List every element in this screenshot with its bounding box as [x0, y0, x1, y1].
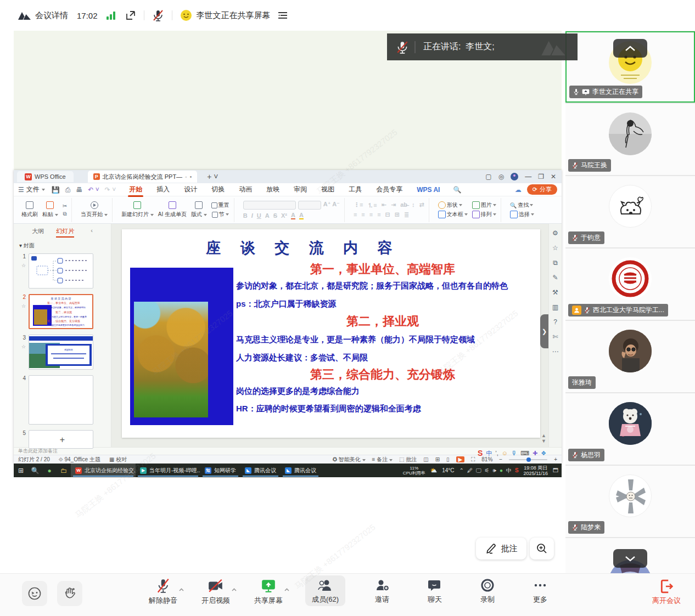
wps-share-button[interactable]: ⟳分享	[527, 184, 557, 195]
reference-book-icon[interactable]: ▥	[552, 303, 558, 311]
ribbon-tab-view[interactable]: 视图	[320, 183, 335, 196]
wps-minimize-button[interactable]: —	[525, 173, 531, 180]
switch-view-icon[interactable]	[277, 11, 288, 20]
slide-thumbnail-4[interactable]	[29, 375, 93, 425]
output-icon[interactable]: ⎙	[65, 186, 71, 194]
task-video[interactable]: ▶当年明月-视频-哔哩...	[136, 464, 200, 477]
slide-page-nav[interactable]: ▲▼	[541, 433, 546, 444]
share-options-expander[interactable]	[284, 584, 289, 594]
add-slide-button[interactable]: +	[14, 435, 111, 445]
proofing[interactable]: ▦ 校对	[109, 456, 127, 464]
ribbon-tab-insert[interactable]: 插入	[155, 183, 171, 196]
ai-generate-page-button[interactable]: AI 生成单页	[158, 201, 187, 218]
sogou-icon[interactable]: S	[478, 449, 483, 457]
taskbar-app-icon[interactable]: ●	[42, 467, 57, 474]
smart-beautify-button[interactable]: ✪ 智能美化	[333, 456, 366, 464]
zoom-in-button[interactable]: +	[554, 456, 557, 462]
cloud-upload-icon[interactable]: ☁	[515, 186, 522, 194]
green-tray-icon[interactable]: ●	[500, 467, 503, 473]
redo-icon[interactable]: ↷ ˅	[105, 186, 116, 194]
paste-button[interactable]: 粘贴	[42, 201, 58, 218]
ime-mode[interactable]: 中	[486, 449, 492, 457]
ribbon-tab-review[interactable]: 审阅	[293, 183, 308, 196]
wps-restore-button[interactable]: ❐	[538, 173, 544, 180]
shapes-button[interactable]: 形状	[438, 201, 468, 209]
participant-tile[interactable]: 马院王换	[565, 104, 695, 175]
slide-layout-button[interactable]: 版式	[191, 201, 207, 218]
start-button[interactable]: ⊞	[14, 467, 28, 474]
toolbox-icon[interactable]: ✚	[533, 450, 537, 457]
collapse-strip-button[interactable]	[613, 39, 647, 58]
undo-icon[interactable]: ↶ ˅	[88, 186, 99, 194]
reaction-emoji-button[interactable]	[22, 581, 47, 606]
notification-center-icon[interactable]: 🗔	[553, 467, 558, 473]
help-icon[interactable]: ?	[553, 318, 557, 326]
slides-tab[interactable]: 幻灯片	[56, 227, 74, 238]
participant-tile[interactable]: 张雅琦	[565, 321, 695, 392]
participant-tile[interactable]: 陆梦来	[565, 466, 695, 537]
wps-home-tab[interactable]: W WPS Office	[17, 171, 74, 182]
participant-tile[interactable]: 杨思羽	[565, 393, 695, 465]
record-button[interactable]: 录制	[472, 578, 503, 606]
participant-tile[interactable]: 西北工业大学马院学工...	[565, 248, 695, 320]
mic-muted-status-icon[interactable]	[152, 9, 164, 21]
pop-out-icon[interactable]	[125, 10, 136, 21]
tools-icon[interactable]: ⚒	[552, 289, 558, 296]
ribbon-tab-tools[interactable]: 工具	[348, 183, 363, 196]
textbox-button[interactable]: 文本框	[438, 211, 468, 218]
tray-expand-icon[interactable]: ⌃	[459, 467, 464, 473]
cut-copy-buttons[interactable]: ✂⧉	[63, 203, 67, 217]
edit-note-icon[interactable]: ✎	[552, 274, 558, 281]
members-button[interactable]: 成员(62)	[305, 575, 345, 606]
outline-tab[interactable]: 大纲	[32, 227, 44, 238]
display-tray-icon[interactable]: 🖵	[476, 467, 481, 474]
taskbar-search-icon[interactable]: 🔍	[28, 467, 42, 474]
chat-button[interactable]: 聊天	[419, 578, 451, 606]
select-button[interactable]: 选择	[510, 211, 534, 218]
annotation-button[interactable]: ⬚ 批注	[399, 456, 417, 464]
network-tray-icon[interactable]: ⚟	[485, 467, 490, 473]
volume-tray-icon[interactable]: 🕪	[493, 467, 496, 474]
more-button[interactable]: 更多	[524, 578, 556, 606]
video-options-expander[interactable]	[232, 584, 237, 594]
zoom-slider[interactable]	[509, 459, 547, 460]
skin-icon[interactable]: ❖	[541, 450, 546, 457]
ribbon-search-icon[interactable]: 🔍	[453, 186, 461, 194]
section-label[interactable]: ▾ 封面	[14, 240, 111, 251]
punct-icon[interactable]: ’,	[495, 450, 498, 456]
properties-icon[interactable]: ⚙	[552, 229, 558, 237]
wps-close-button[interactable]: ✕	[551, 173, 556, 180]
new-slide-button[interactable]: 新建幻灯片	[121, 201, 154, 218]
slide-thumb-row[interactable]: 4	[14, 372, 111, 427]
clip-icon[interactable]: ✄	[552, 333, 558, 341]
task-wps[interactable]: W北京访企拓岗经验交...	[71, 464, 136, 477]
format-painter-button[interactable]: 格式刷	[21, 201, 38, 218]
slide-thumbnail-2-selected[interactable]: 座 谈 交 流 内 容第一，事业单位、高端智库参访的对象，都在北京，都是研究院第…	[29, 294, 93, 329]
scroll-down-button[interactable]	[613, 549, 647, 568]
save-icon[interactable]: 💾	[52, 186, 60, 194]
wps-skin-icon[interactable]: ◎	[498, 173, 504, 180]
share-screen-button[interactable]: 共享屏幕	[253, 578, 284, 606]
leave-meeting-button[interactable]: 离开会议	[652, 579, 681, 606]
temperature[interactable]: 14°C	[442, 467, 454, 473]
slide-thumb-row[interactable]: 2☆ 座 谈 交 流 内 容第一，事业单位、高端智库参访的对象，都在北京，都是研…	[14, 291, 111, 332]
arrange-button[interactable]: 排列	[472, 211, 496, 218]
participant-tile[interactable]: 于钧意	[565, 176, 695, 247]
raise-hand-button[interactable]	[57, 581, 82, 606]
theme-name[interactable]: ⟐ 94_Office 主题	[59, 456, 100, 464]
find-button[interactable]: 🔍查找	[510, 201, 534, 209]
slide-thumbnail-3[interactable]: 感谢聆听	[29, 335, 93, 370]
view-sorter-icon[interactable]: ⊞	[435, 456, 440, 462]
current-slide-canvas[interactable]: 座 谈 交 流 内 容 第一，事业单位、高端智库 参访的对象，都在北京，都是研究…	[122, 229, 540, 438]
collapse-panel-icon[interactable]: ‹	[91, 227, 93, 238]
ribbon-tab-wps-ai[interactable]: WPS AI	[416, 184, 441, 195]
wps-file-menu[interactable]: ☰文件	[18, 185, 45, 194]
ribbon-tab-design[interactable]: 设计	[183, 183, 198, 196]
star-resource-icon[interactable]: ☆	[552, 244, 558, 252]
new-tab-button[interactable]: + ˅	[207, 172, 218, 181]
ribbon-tab-slideshow[interactable]: 放映	[265, 183, 281, 196]
invite-button[interactable]: 邀请	[366, 578, 398, 606]
print-icon[interactable]: 🖶	[76, 186, 82, 194]
wps-document-tab[interactable]: P 北京访企拓岗经验交流 PPT— ◦ •	[88, 171, 198, 183]
meeting-details-link[interactable]: 会议详情	[35, 10, 68, 21]
